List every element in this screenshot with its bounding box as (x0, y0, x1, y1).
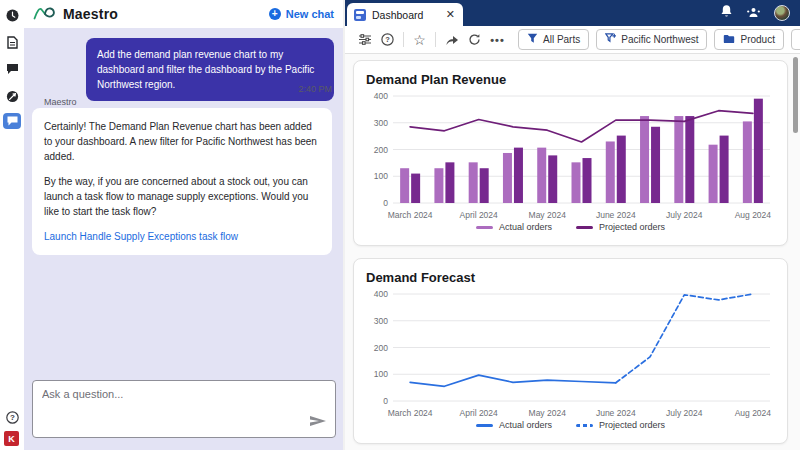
chart-legend: Actual ordersProjected orders (366, 222, 775, 232)
close-tab-icon[interactable]: ✕ (445, 8, 456, 21)
svg-text:July 2024: July 2024 (666, 408, 703, 418)
send-icon[interactable] (309, 413, 327, 431)
dashboard-panel: Dashboard ✕ ? ☆ (343, 0, 800, 450)
svg-text:200: 200 (374, 343, 388, 353)
svg-text:Aug 2024: Aug 2024 (735, 210, 772, 220)
active-chat-icon[interactable] (3, 113, 21, 129)
plus-icon: + (269, 8, 281, 20)
user-avatar-k[interactable]: K (4, 431, 19, 446)
toolbar-divider (403, 32, 404, 47)
chip-label: All Parts (543, 34, 580, 45)
tab-dashboard[interactable]: Dashboard ✕ (347, 3, 463, 26)
chip-all-parts[interactable]: All Parts (518, 29, 589, 50)
svg-text:March 2024: March 2024 (388, 408, 433, 418)
chip-label: Pacific Northwest (621, 34, 698, 45)
toolbar-divider (435, 32, 436, 47)
svg-text:April 2024: April 2024 (460, 408, 499, 418)
dashboard-top-bar: Dashboard ✕ (345, 0, 800, 26)
svg-text:100: 100 (374, 369, 388, 379)
chart-legend: Actual ordersProjected orders (366, 420, 775, 430)
dashboard-tab-label: Dashboard (372, 9, 439, 21)
chat-header: Maestro + New chat (24, 0, 343, 28)
user-avatar-photo[interactable] (774, 5, 790, 21)
demand-forecast-chart: 0100200300400March 2024April 2024May 202… (366, 287, 776, 419)
favorite-star-icon[interactable]: ☆ (408, 29, 431, 51)
filter-added-icon (605, 33, 616, 46)
left-icon-rail: ? K (0, 0, 24, 450)
dashboard-tab-icon (354, 9, 366, 21)
svg-text:May 2024: May 2024 (529, 210, 567, 220)
svg-text:Aug 2024: Aug 2024 (735, 408, 772, 418)
message-timestamp: 2:40 PM (298, 84, 332, 94)
svg-text:200: 200 (374, 145, 388, 155)
chat-input-box (32, 380, 336, 438)
chip-planning-date[interactable]: Before planning date 6 mon (791, 29, 800, 50)
bot-name-label: Maestro (44, 97, 77, 107)
new-chat-label: New chat (286, 8, 334, 20)
svg-text:?: ? (385, 35, 390, 44)
chat-panel: Maestro + New chat Add the demand plan r… (24, 0, 343, 450)
vertical-scrollbar[interactable] (793, 57, 798, 133)
demand-plan-revenue-card: Demand Plan Revenue 0100200300400March 2… (353, 60, 788, 246)
svg-text:June 2024: June 2024 (596, 408, 636, 418)
user-message-bubble: Add the demand plan revenue chart to my … (86, 38, 334, 101)
legend-item: Actual orders (476, 222, 552, 232)
dashboard-toolbar: ? ☆ ••• All Parts (345, 26, 800, 54)
compass-icon[interactable] (4, 88, 20, 104)
svg-text:300: 300 (374, 118, 388, 128)
folder-icon (723, 34, 735, 46)
svg-text:0: 0 (383, 198, 388, 208)
svg-text:400: 400 (374, 91, 388, 101)
chip-label: Product (740, 34, 774, 45)
svg-text:400: 400 (374, 289, 388, 299)
svg-text:100: 100 (374, 171, 388, 181)
demand-forecast-card: Demand Forecast 0100200300400March 2024A… (353, 258, 788, 444)
document-icon[interactable] (4, 34, 20, 50)
settings-sliders-icon[interactable] (353, 29, 376, 51)
legend-item: Projected orders (576, 420, 665, 430)
filter-chips: All Parts Pacific Northwest Product (518, 29, 800, 50)
svg-text:March 2024: March 2024 (388, 210, 433, 220)
demand-plan-revenue-chart: 0100200300400March 2024April 2024May 202… (366, 89, 776, 221)
chart-title: Demand Forecast (366, 270, 775, 285)
more-options-icon[interactable]: ••• (486, 29, 509, 51)
svg-text:300: 300 (374, 316, 388, 326)
help-icon[interactable]: ? (4, 409, 20, 425)
chat-input[interactable] (42, 388, 312, 428)
share-icon[interactable] (440, 29, 463, 51)
app-window: ? K Maestro + New chat Add the demand pl… (0, 0, 800, 450)
app-title: Maestro (63, 6, 118, 22)
svg-text:July 2024: July 2024 (666, 210, 703, 220)
community-people-icon[interactable] (746, 4, 761, 22)
history-clock-icon[interactable] (4, 7, 20, 23)
svg-text:May 2024: May 2024 (529, 408, 567, 418)
legend-item: Actual orders (476, 420, 552, 430)
svg-text:0: 0 (383, 396, 388, 406)
maestro-logo-icon (33, 4, 58, 25)
chart-title: Demand Plan Revenue (366, 72, 775, 87)
brand: Maestro (33, 4, 118, 25)
feedback-chat-icon[interactable] (4, 61, 20, 77)
bot-paragraph-1: Certainly! The Demand Plan Revenue chart… (44, 119, 320, 164)
dashboard-canvas: Demand Plan Revenue 0100200300400March 2… (345, 54, 800, 450)
launch-task-flow-link[interactable]: Launch Handle Supply Exceptions task flo… (44, 229, 238, 244)
refresh-icon[interactable] (463, 29, 486, 51)
svg-text:April 2024: April 2024 (460, 210, 499, 220)
bot-message-bubble: Certainly! The Demand Plan Revenue chart… (32, 108, 332, 255)
bot-paragraph-2: By the way, if you are concerned about a… (44, 174, 320, 219)
chip-pacific-northwest[interactable]: Pacific Northwest (596, 29, 707, 50)
chip-product[interactable]: Product (714, 29, 783, 50)
legend-item: Projected orders (576, 222, 665, 232)
notifications-bell-icon[interactable] (720, 4, 733, 22)
help-circle-icon[interactable]: ? (376, 29, 399, 51)
filter-icon (527, 33, 538, 46)
new-chat-button[interactable]: + New chat (269, 8, 334, 20)
svg-text:?: ? (10, 413, 15, 422)
top-bar-actions (720, 4, 800, 22)
svg-text:June 2024: June 2024 (596, 210, 636, 220)
